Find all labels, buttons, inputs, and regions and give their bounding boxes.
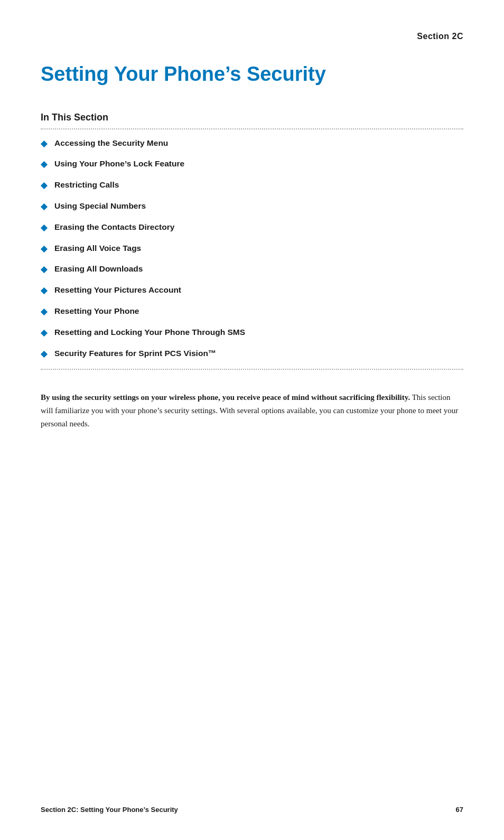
- toc-item-label: Restricting Calls: [54, 180, 119, 190]
- toc-item-label: Erasing All Voice Tags: [54, 243, 141, 254]
- section-label: Section 2C: [41, 32, 463, 41]
- toc-item-label: Resetting and Locking Your Phone Through…: [54, 327, 245, 338]
- page-title: Setting Your Phone’s Security: [41, 62, 463, 87]
- toc-item-label: Using Special Numbers: [54, 201, 146, 211]
- diamond-icon: ◆: [41, 201, 47, 212]
- toc-item: ◆ Resetting and Locking Your Phone Throu…: [41, 327, 463, 339]
- in-this-section-block: In This Section ◆ Accessing the Security…: [41, 112, 463, 370]
- diamond-icon: ◆: [41, 138, 47, 150]
- page-footer: Section 2C: Setting Your Phone’s Securit…: [41, 806, 463, 814]
- diamond-icon: ◆: [41, 180, 47, 191]
- diamond-icon: ◆: [41, 264, 47, 275]
- diamond-icon: ◆: [41, 306, 47, 318]
- diamond-icon: ◆: [41, 285, 47, 296]
- page-container: Section 2C Setting Your Phone’s Security…: [0, 0, 504, 840]
- toc-item-label: Erasing the Contacts Directory: [54, 222, 174, 232]
- diamond-icon: ◆: [41, 159, 47, 170]
- in-this-section-heading: In This Section: [41, 112, 463, 123]
- toc-item-label: Resetting Your Pictures Account: [54, 285, 181, 295]
- toc-item-label: Security Features for Sprint PCS Vision™: [54, 348, 216, 359]
- toc-item: ◆ Using Your Phone’s Lock Feature: [41, 158, 463, 170]
- toc-item-label: Using Your Phone’s Lock Feature: [54, 158, 184, 169]
- toc-item-label: Accessing the Security Menu: [54, 138, 168, 148]
- toc-item-label: Erasing All Downloads: [54, 264, 143, 274]
- toc-item: ◆ Erasing All Voice Tags: [41, 243, 463, 255]
- toc-list: ◆ Accessing the Security Menu ◆ Using Yo…: [41, 138, 463, 360]
- intro-bold-text: By using the security settings on your w…: [41, 393, 410, 402]
- footer-page-number: 67: [456, 806, 463, 814]
- footer-left-text: Section 2C: Setting Your Phone’s Securit…: [41, 806, 178, 814]
- toc-item: ◆ Resetting Your Pictures Account: [41, 285, 463, 296]
- toc-item: ◆ Resetting Your Phone: [41, 306, 463, 318]
- toc-item: ◆ Accessing the Security Menu: [41, 138, 463, 150]
- diamond-icon: ◆: [41, 222, 47, 234]
- toc-item: ◆ Security Features for Sprint PCS Visio…: [41, 348, 463, 360]
- dotted-divider-bottom: [41, 369, 463, 370]
- intro-paragraph: By using the security settings on your w…: [41, 391, 463, 430]
- toc-item: ◆ Erasing the Contacts Directory: [41, 222, 463, 234]
- toc-item-label: Resetting Your Phone: [54, 306, 139, 316]
- dotted-divider-top: [41, 128, 463, 129]
- toc-item: ◆ Erasing All Downloads: [41, 264, 463, 275]
- toc-item: ◆ Restricting Calls: [41, 180, 463, 191]
- diamond-icon: ◆: [41, 244, 47, 255]
- diamond-icon: ◆: [41, 349, 47, 360]
- toc-item: ◆ Using Special Numbers: [41, 201, 463, 212]
- diamond-icon: ◆: [41, 328, 47, 339]
